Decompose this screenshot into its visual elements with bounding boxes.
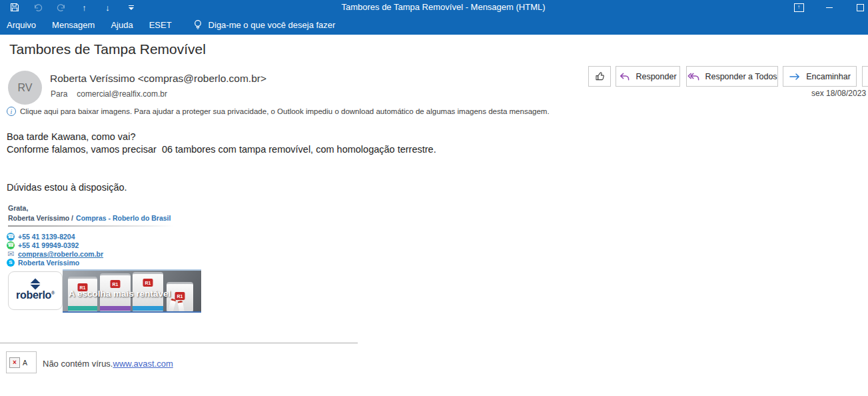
banner-slogan: A escolha mais rentável bbox=[69, 289, 171, 299]
signature-email-row: ✉ compras@roberlo.com.br bbox=[7, 250, 103, 258]
antivirus-text: Não contém vírus. bbox=[43, 359, 113, 369]
skype-name: Roberta Veríssimo bbox=[18, 259, 79, 267]
title-bar: ↑ ↓ Tambores de Tampa Removível - Mensag… bbox=[0, 0, 868, 15]
avast-alt-text: A bbox=[23, 359, 27, 367]
roberlo-logo: roberlo® bbox=[8, 271, 63, 310]
reply-label: Responder bbox=[636, 72, 676, 81]
to-address: comercial@realfix.com.br bbox=[77, 89, 167, 99]
whatsapp-icon: ☎ bbox=[7, 241, 15, 249]
signature-department: Compras - Roberlo do Brasil bbox=[76, 214, 171, 222]
roberlo-wordmark: roberlo® bbox=[16, 289, 55, 301]
email-link[interactable]: compras@roberlo.com.br bbox=[18, 250, 103, 258]
forward-icon bbox=[789, 73, 801, 81]
avast-link[interactable]: www.avast.com bbox=[113, 359, 173, 369]
broken-image-icon: × bbox=[9, 357, 20, 368]
sender-name: Roberta Veríssimo <compras@roberlo.com.b… bbox=[50, 73, 266, 85]
ribbon-menu-bar: Arquivo Mensagem Ajuda ESET Diga-me o qu… bbox=[0, 15, 868, 35]
outlook-message-window: ↑ ↓ Tambores de Tampa Removível - Mensag… bbox=[0, 0, 868, 396]
avast-logo-placeholder: × A bbox=[6, 351, 37, 373]
window-title: Tambores de Tampa Removível - Mensagem (… bbox=[0, 2, 868, 12]
banner-cans-scene: R1 R1 R1 R1 A escolha mais rentável bbox=[63, 269, 201, 313]
ribbon-display-options-icon[interactable]: ↑ bbox=[783, 1, 814, 13]
body-request: Conforme falamos, vamos precisar 06 tamb… bbox=[7, 144, 436, 155]
signature-skype-row: S Roberta Veríssimo bbox=[7, 259, 79, 267]
phone-number: +55 41 3139-8204 bbox=[18, 233, 75, 241]
download-images-infobar[interactable]: i Clique aqui para baixar imagens. Para … bbox=[7, 107, 550, 116]
reply-all-label: Responder a Todos bbox=[705, 72, 777, 81]
tab-ajuda[interactable]: Ajuda bbox=[103, 15, 141, 35]
message-subject: Tambores de Tampa Removível bbox=[9, 41, 206, 57]
received-date: sex 18/08/2023 1 bbox=[811, 89, 868, 98]
mail-icon: ✉ bbox=[7, 250, 15, 258]
tab-arquivo[interactable]: Arquivo bbox=[7, 15, 44, 35]
signature-name-row: Roberta Veríssimo / Compras - Roberlo do… bbox=[8, 214, 171, 222]
signature-divider bbox=[8, 225, 173, 227]
signature-thanks: Grata, bbox=[8, 204, 28, 212]
reply-all-button[interactable]: Responder a Todos bbox=[686, 66, 778, 87]
sender-avatar: RV bbox=[8, 71, 42, 105]
signature-phone-row: ☎ +55 41 3139-8204 bbox=[7, 233, 75, 241]
info-icon: i bbox=[7, 107, 16, 116]
more-actions-button[interactable] bbox=[862, 66, 868, 87]
minimize-icon[interactable] bbox=[814, 1, 845, 13]
skype-icon: S bbox=[7, 259, 15, 267]
reply-button[interactable]: Responder bbox=[616, 66, 680, 87]
tell-me-label: Diga-me o que você deseja fazer bbox=[209, 20, 336, 30]
avatar-initials: RV bbox=[18, 82, 33, 94]
to-label: Para bbox=[51, 89, 67, 99]
whatsapp-number: +55 41 99949-0392 bbox=[18, 241, 79, 249]
signature-name: Roberta Veríssimo / bbox=[8, 214, 73, 222]
antivirus-notice: Não contém vírus.www.avast.com bbox=[43, 359, 173, 369]
reply-icon bbox=[619, 72, 630, 81]
body-greeting: Boa tarde Kawana, como vai? bbox=[7, 131, 135, 142]
lightbulb-icon bbox=[193, 19, 203, 31]
infobar-text: Clique aqui para baixar imagens. Para aj… bbox=[20, 107, 550, 115]
body-closing: Dúvidas estou à disposição. bbox=[7, 182, 127, 193]
tab-mensagem[interactable]: Mensagem bbox=[44, 15, 103, 35]
window-controls: ↑ bbox=[783, 1, 868, 13]
phone-icon: ☎ bbox=[7, 233, 15, 241]
tab-eset[interactable]: ESET bbox=[141, 15, 180, 35]
tell-me-box[interactable]: Diga-me o que você deseja fazer bbox=[193, 19, 336, 31]
like-button[interactable] bbox=[588, 66, 611, 87]
footer-divider bbox=[0, 343, 358, 343]
forward-label: Encaminhar bbox=[806, 72, 851, 81]
reply-all-icon bbox=[687, 72, 699, 81]
signature-whatsapp-row: ☎ +55 41 99949-0392 bbox=[7, 241, 79, 249]
maximize-icon[interactable] bbox=[845, 1, 868, 13]
thumbs-up-icon bbox=[594, 71, 606, 82]
forward-button[interactable]: Encaminhar bbox=[783, 66, 857, 87]
roberlo-diamond-icon bbox=[30, 279, 41, 290]
recipient-row: Para comercial@realfix.com.br bbox=[51, 89, 167, 99]
signature-banner-image: roberlo® R1 R1 R1 R1 A escolha mais rent… bbox=[7, 269, 201, 313]
